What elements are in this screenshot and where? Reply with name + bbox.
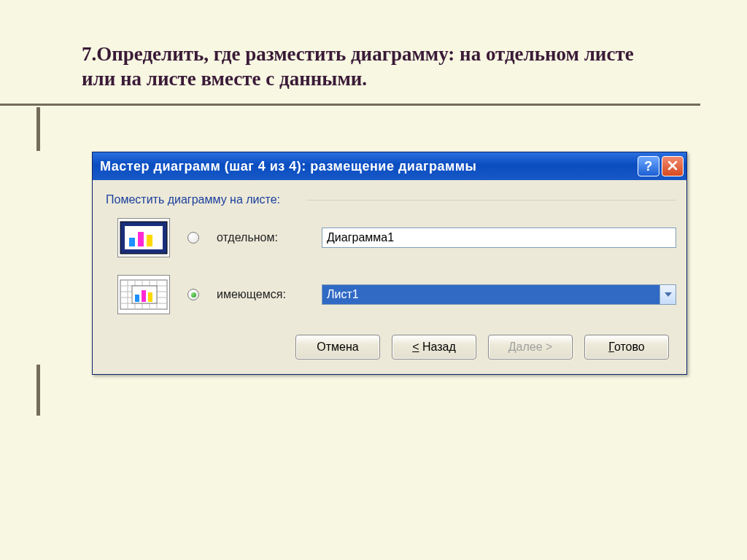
back-button-label: < Назад xyxy=(412,341,456,354)
slide-heading: 7.Определить, где разместить диаграмму: … xyxy=(82,42,636,92)
existing-sheet-icon xyxy=(117,275,170,314)
existing-sheet-value: Лист1 xyxy=(322,288,659,301)
svg-rect-2 xyxy=(129,238,135,246)
radio-separate-label: отдельном: xyxy=(217,231,304,244)
decorative-rule xyxy=(0,104,700,106)
option-separate: отдельном: xyxy=(117,218,676,257)
close-icon xyxy=(667,159,678,174)
dialog-button-row: Отмена < Назад Далее > Готово xyxy=(103,332,676,361)
help-icon: ? xyxy=(644,159,653,174)
option-existing: имеющемся: Лист1 xyxy=(117,275,676,314)
close-button[interactable] xyxy=(662,156,684,176)
radio-existing[interactable] xyxy=(187,289,199,300)
cancel-button[interactable]: Отмена xyxy=(295,335,380,359)
decorative-rule-vert-bottom xyxy=(36,365,40,416)
radio-existing-label: имеющемся: xyxy=(217,288,304,301)
group-label: Поместить диаграмму на листе: xyxy=(103,193,676,206)
svg-rect-4 xyxy=(147,235,152,246)
chevron-down-icon xyxy=(659,285,676,304)
separate-sheet-name-input[interactable] xyxy=(322,228,676,248)
decorative-rule-vert-top xyxy=(36,107,40,151)
radio-separate[interactable] xyxy=(187,232,199,244)
chart-wizard-dialog: Мастер диаграмм (шаг 4 из 4): размещение… xyxy=(92,152,687,375)
next-button: Далее > xyxy=(488,335,573,359)
dialog-title: Мастер диаграмм (шаг 4 из 4): размещение… xyxy=(100,159,638,174)
separate-sheet-icon xyxy=(117,218,170,257)
finish-button[interactable]: Готово xyxy=(584,335,669,359)
svg-rect-18 xyxy=(148,292,152,302)
svg-rect-17 xyxy=(142,290,146,302)
existing-sheet-combo[interactable]: Лист1 xyxy=(322,284,676,305)
svg-rect-16 xyxy=(135,295,139,302)
help-button[interactable]: ? xyxy=(638,156,659,176)
dialog-titlebar[interactable]: Мастер диаграмм (шаг 4 из 4): размещение… xyxy=(93,152,686,180)
back-button[interactable]: < Назад xyxy=(392,335,476,359)
svg-rect-3 xyxy=(138,232,144,246)
finish-button-label: Готово xyxy=(608,341,644,354)
